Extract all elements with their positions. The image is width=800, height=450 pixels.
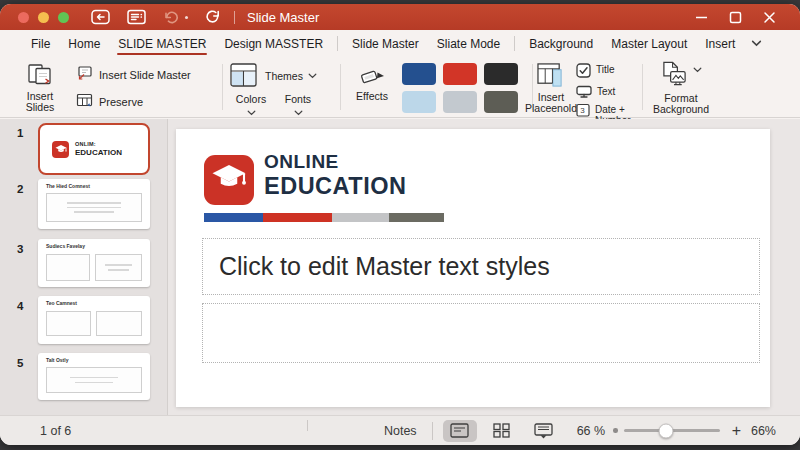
chevron-down-icon (308, 73, 317, 79)
tab-divider (514, 36, 515, 51)
preserve-label: Preserve (99, 96, 143, 108)
fonts-label: Fonts (285, 93, 311, 105)
swatch-light-gray[interactable] (443, 91, 477, 113)
master-title-placeholder[interactable]: Click to edit Master text styles (202, 238, 760, 295)
thumbnail-number: 4 (17, 300, 23, 312)
ribbon-tabs: File Home SLIDE MASTER Design MASSTER Sl… (0, 30, 800, 57)
master-title-text: Click to edit Master text styles (219, 252, 550, 281)
thumbnail-slide-1[interactable]: ONLIM: EDUCATION (38, 123, 150, 175)
undo-icon[interactable] (163, 10, 179, 25)
svg-text:3: 3 (580, 106, 585, 115)
tab-background[interactable]: Background (520, 30, 602, 57)
minimize-icon[interactable] (695, 11, 708, 24)
slide-thumbnail-panel: 1 ONLIM: EDUCATION 2 The Hied Comnest 3 (0, 119, 168, 415)
tab-divider (337, 36, 338, 51)
title-checkbox-row[interactable]: Title (576, 63, 615, 81)
swatch-black[interactable] (484, 63, 518, 85)
logo-line-2: EDUCATION (264, 175, 406, 199)
tab-slide-master-2[interactable]: Slide Master (343, 30, 428, 57)
thumb-caption: Sudiecs Favelay (46, 243, 85, 249)
tab-insert[interactable]: Insert (696, 30, 744, 57)
thumb-content-box (46, 367, 142, 393)
redo-icon[interactable] (205, 9, 221, 25)
zoom-slider-thumb[interactable] (658, 423, 673, 438)
tab-file[interactable]: File (22, 30, 59, 57)
swatch-light-blue[interactable] (402, 91, 436, 113)
insert-slides-button[interactable]: Insert Slides (12, 62, 68, 113)
text-placeholder-icon (576, 85, 592, 101)
undo-dropdown-dot[interactable] (185, 16, 188, 19)
thumb-caption: The Hied Comnest (46, 183, 90, 189)
insert-slide-master-label: Insert Slide Master (99, 69, 191, 81)
thumbnail-slide-3[interactable]: Sudiecs Favelay (38, 239, 150, 287)
thumb-caption: Teo Camnest (46, 300, 77, 306)
thumbnail-number: 3 (17, 243, 23, 255)
chevron-down-icon (294, 110, 303, 116)
slideshow-view-button[interactable] (527, 420, 561, 442)
slide-sorter-view-button[interactable] (485, 420, 519, 442)
swatch-dark-gray[interactable] (484, 91, 518, 113)
ribbon-group-divider (340, 64, 341, 110)
zoom-slider[interactable] (624, 429, 720, 433)
app-window: Slide Master File Home SLIDE MASTER Desi… (0, 4, 800, 445)
insert-slide-master-button[interactable]: Insert Slide Master (76, 65, 191, 84)
swatch-red[interactable] (443, 63, 477, 85)
minimize-traffic-light[interactable] (38, 12, 49, 23)
close-icon[interactable] (763, 11, 776, 24)
slide-counter: 1 of 6 (40, 424, 71, 438)
insert-placeholder-label: Insert Placeenold (525, 91, 577, 114)
zoom-out-dot[interactable] (613, 428, 618, 433)
logo-line-1: ONLINE (264, 152, 406, 171)
titlebar: Slide Master (0, 4, 800, 30)
slideshow-icon (534, 423, 553, 439)
text-checkbox-label: Text (597, 85, 615, 98)
master-body-placeholder[interactable] (202, 303, 760, 363)
color-bar-segment-blue (204, 213, 263, 222)
ribbon-group-divider (642, 64, 643, 110)
tab-master-layout[interactable]: Master Layout (602, 30, 696, 57)
thumbnail-slide-4[interactable]: Teo Camnest (38, 296, 150, 344)
insert-placeholder-button[interactable]: Insert Placeenold (522, 62, 580, 114)
fonts-dropdown[interactable]: Fonts (278, 94, 318, 118)
colors-dropdown[interactable]: Colors (228, 94, 274, 118)
insert-slide-master-icon (76, 65, 93, 84)
list-icon[interactable] (127, 9, 146, 25)
thumb-content-box (46, 193, 142, 222)
tab-home[interactable]: Home (59, 30, 109, 57)
slide-sorter-icon (493, 423, 510, 438)
zoom-traffic-light[interactable] (58, 12, 69, 23)
tab-design-masster[interactable]: Design MASSTER (215, 30, 332, 57)
color-bar-segment-red (263, 213, 332, 222)
title-checkbox-label: Title (596, 63, 615, 76)
thumb-content-box (46, 311, 91, 336)
main-area: 1 ONLIM: EDUCATION 2 The Hied Comnest 3 (0, 119, 800, 415)
save-icon[interactable] (91, 9, 110, 25)
normal-view-button[interactable] (443, 420, 477, 442)
thumbnail-slide-2[interactable]: The Hied Comnest (38, 179, 150, 229)
text-checkbox-row[interactable]: Text (576, 85, 615, 101)
thumb-content-box (95, 254, 142, 281)
thumbnail-slide-5[interactable]: Talt Ostly (38, 353, 150, 400)
format-background-button[interactable]: Format Background (648, 61, 714, 115)
theme-color-swatches (402, 63, 518, 113)
zoom-in-button[interactable]: + (732, 422, 741, 440)
maximize-icon[interactable] (729, 11, 742, 24)
thumbnail-number: 1 (17, 127, 23, 139)
slide-master-editing-surface[interactable]: ONLINE EDUCATION Click to edit Master te… (176, 129, 770, 407)
tab-slide-master[interactable]: SLIDE MASTER (109, 30, 215, 57)
close-traffic-light[interactable] (18, 12, 29, 23)
status-bar: 1 of 6 Notes 66 % + 66% (0, 415, 800, 445)
themes-button[interactable]: Themes (230, 63, 317, 89)
color-bar-segment-dark-gray (389, 213, 444, 222)
status-divider (432, 422, 433, 440)
swatch-dark-blue[interactable] (402, 63, 436, 85)
ribbon-group-divider (222, 64, 223, 110)
effects-button[interactable]: Effects (345, 62, 399, 102)
chevron-down-icon[interactable] (751, 40, 762, 47)
preserve-button[interactable]: Preserve (76, 92, 143, 111)
notes-button[interactable]: Notes (384, 424, 417, 438)
thumb-content-box (46, 254, 90, 281)
tab-sliate-mode[interactable]: Sliate Mode (428, 30, 509, 57)
zoom-percent-label: 66% (751, 424, 776, 438)
titlebar-divider (234, 11, 235, 24)
